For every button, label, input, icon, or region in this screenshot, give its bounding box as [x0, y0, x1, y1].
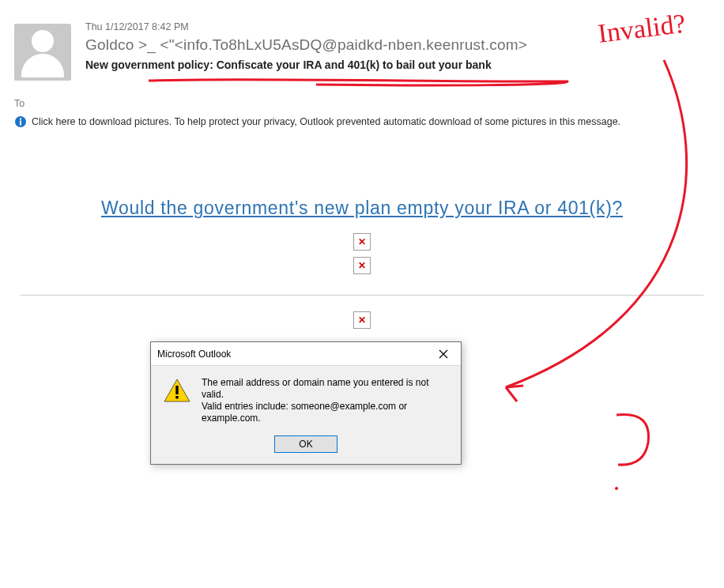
svg-point-5: [615, 487, 618, 490]
download-pictures-infobar[interactable]: Click here to download pictures. To help…: [0, 109, 724, 128]
email-body-main-link[interactable]: Would the government's new plan empty yo…: [101, 198, 623, 219]
svg-rect-4: [175, 396, 178, 398]
divider: [21, 295, 703, 296]
svg-rect-1: [20, 121, 21, 126]
dialog-close-button[interactable]: [428, 343, 459, 364]
svg-rect-3: [175, 386, 178, 394]
blocked-image-icon: ✕: [353, 233, 371, 251]
to-label: To: [14, 98, 724, 109]
sender-avatar: [14, 24, 71, 81]
dialog-title: Microsoft Outlook: [157, 349, 231, 360]
dialog-message-line2: Valid entries include: someone@example.c…: [202, 401, 448, 424]
email-subject: New government policy: Confiscate your I…: [85, 58, 724, 71]
blocked-image-icon: ✕: [353, 257, 371, 274]
info-icon: [14, 115, 27, 128]
email-from: Goldco >_ <"<info.To8hLxU5AsDQ@paidkd-nb…: [85, 35, 724, 55]
blocked-image-icon: ✕: [353, 311, 371, 329]
dialog-message-line1: The email address or domain name you ent…: [202, 377, 448, 401]
error-dialog: Microsoft Outlook The email address or d…: [150, 341, 462, 465]
email-date: Thu 1/12/2017 8:42 PM: [85, 21, 724, 33]
dialog-ok-button[interactable]: OK: [274, 435, 337, 453]
svg-rect-2: [20, 119, 21, 120]
close-icon: [439, 349, 448, 359]
infobar-text: Click here to download pictures. To help…: [32, 116, 620, 127]
warning-icon: [164, 379, 190, 402]
